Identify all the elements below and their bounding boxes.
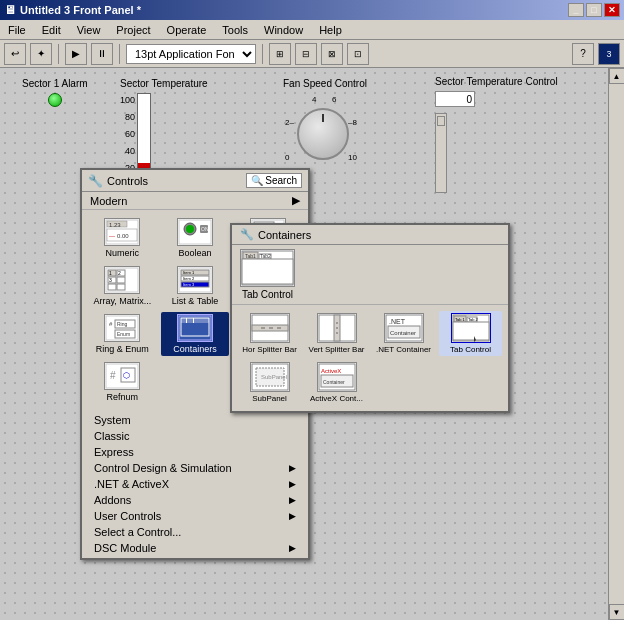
fp-canvas[interactable]: Sector 1 Alarm Sector Temperature 100 80… [0,68,608,620]
toolbar: ↩ ✦ ▶ ⏸ 13pt Application Font ⊞ ⊟ ⊠ ⊡ ? … [0,40,624,68]
scroll-track-right[interactable] [609,84,624,604]
cont-net-label: .NET Container [376,345,431,354]
ctrl-numeric[interactable]: 1.23 — 0.00 Numeric [88,216,157,260]
stc-slider-thumb[interactable] [437,116,445,126]
toolbar-sep3 [262,44,263,64]
sector-alarm-instrument: Sector 1 Alarm [22,78,88,107]
controls-list-user[interactable]: User Controls ▶ [82,508,308,524]
cont-activex[interactable]: ActiveX Container ActiveX Cont... [305,360,368,405]
cont-hor-splitter[interactable]: Hor Splitter Bar [238,311,301,356]
controls-list-express[interactable]: Express [82,444,308,460]
font-selector[interactable]: 13pt Application Font [126,44,256,64]
cont-vert-splitter[interactable]: Vert Splitter Bar [305,311,368,356]
cont-subpanel-icon: SubPanel [250,362,290,392]
menu-project[interactable]: Project [112,22,154,38]
knob-scale-4: 4 [312,95,316,104]
cds-arrow-icon: ▶ [289,463,296,473]
menu-operate[interactable]: Operate [163,22,211,38]
ctrl-array[interactable]: 1 2 3 Array, Matrix... [88,264,157,308]
toolbar-sep1 [58,44,59,64]
menu-window[interactable]: Window [260,22,307,38]
sector-alarm-led[interactable] [48,93,62,107]
stc-slider-track[interactable] [435,113,447,193]
fan-speed-knob[interactable] [297,108,349,160]
ctrl-array-icon: 1 2 3 [104,266,140,294]
cont-subpanel[interactable]: SubPanel SubPanel [238,360,301,405]
menu-tools[interactable]: Tools [218,22,252,38]
svg-rect-48 [181,318,209,323]
context-help-button[interactable]: 3 [598,43,620,65]
menu-file[interactable]: File [4,22,30,38]
cont-subpanel-label: SubPanel [252,394,287,403]
menu-view[interactable]: View [73,22,105,38]
svg-rect-50 [193,318,194,323]
net-arrow-icon: ▶ [289,479,296,489]
svg-text:Ring: Ring [117,321,128,327]
controls-list-dsc[interactable]: DSC Module ▶ [82,540,308,556]
stc-slider-area [435,113,558,193]
ctrl-list-icon: Item 1 Item 2 Item 3 [177,266,213,294]
ctrl-boolean[interactable]: ON Boolean [161,216,230,260]
title-bar: 🖥 Untitled 3 Front Panel * _ □ ✕ [0,0,624,20]
ctrl-refnum[interactable]: # ⬡ Refnum [88,360,157,404]
menu-edit[interactable]: Edit [38,22,65,38]
controls-list-addons[interactable]: Addons ▶ [82,492,308,508]
svg-text:Item 2: Item 2 [183,276,195,281]
maximize-button[interactable]: □ [586,3,602,17]
ctrl-numeric-icon: 1.23 — 0.00 [104,218,140,246]
ctrl-ring[interactable]: # Ring Enum Ring & Enum [88,312,157,356]
cont-vert-splitter-icon [317,313,357,343]
controls-search[interactable]: 🔍 Search [246,173,302,188]
containers-panel: 🔧 Containers Tab1 Tab2 [230,223,510,413]
controls-list-net[interactable]: .NET & ActiveX ▶ [82,476,308,492]
svg-rect-24 [117,277,125,283]
resize-button[interactable]: ⊠ [321,43,343,65]
svg-text:Tab 2: Tab 2 [468,317,479,322]
close-button[interactable]: ✕ [604,3,620,17]
controls-list-system[interactable]: System [82,412,308,428]
controls-list-select[interactable]: Select a Control... [82,524,308,540]
align-button[interactable]: ⊞ [269,43,291,65]
cont-net[interactable]: .NET Container .NET Container [372,311,435,356]
tab-control-featured-label: Tab Control [240,289,295,300]
back-button[interactable]: ↩ [4,43,26,65]
knob-scale-10: 10 [348,153,357,162]
run-button[interactable]: ▶ [65,43,87,65]
controls-list-cds[interactable]: Control Design & Simulation ▶ [82,460,308,476]
svg-rect-85 [453,322,489,340]
svg-text:SubPanel: SubPanel [261,374,287,380]
distribute-button[interactable]: ⊟ [295,43,317,65]
help-button[interactable]: ? [572,43,594,65]
scroll-up-button[interactable]: ▲ [609,68,625,84]
svg-text:2: 2 [118,270,121,276]
controls-title: 🔧 Controls [88,174,148,188]
scroll-down-button[interactable]: ▼ [609,604,625,620]
cont-tab-control[interactable]: Tab 1 Tab 2 Tab Control [439,311,502,356]
search-icon: 🔍 [251,175,263,186]
cont-activex-label: ActiveX Cont... [310,394,363,403]
pause-button[interactable]: ⏸ [91,43,113,65]
svg-text:—: — [109,233,115,239]
knob-scale-0: 0 [285,153,289,162]
stc-input[interactable] [435,91,475,107]
svg-text:1: 1 [109,270,112,276]
addons-arrow-icon: ▶ [289,495,296,505]
knob-scale-2: 2– [285,118,294,127]
sector-alarm-label: Sector 1 Alarm [22,78,88,89]
svg-rect-25 [108,284,116,290]
ctrl-containers[interactable]: Containers [161,312,230,356]
ctrl-refnum-label: Refnum [107,392,139,402]
pointer-button[interactable]: ✦ [30,43,52,65]
svg-text:ON: ON [201,226,209,232]
controls-modern-row[interactable]: Modern ▶ [82,192,308,210]
minimize-button[interactable]: _ [568,3,584,17]
svg-text:3: 3 [109,277,112,283]
ctrl-list[interactable]: Item 1 Item 2 Item 3 List & Table [161,264,230,308]
menu-help[interactable]: Help [315,22,346,38]
reorder-button[interactable]: ⊡ [347,43,369,65]
controls-list-classic[interactable]: Classic [82,428,308,444]
stc-controls [435,91,558,107]
toolbar-sep2 [119,44,120,64]
svg-point-8 [186,225,194,233]
tab-control-featured[interactable]: Tab1 Tab2 Tab Control [240,249,295,300]
